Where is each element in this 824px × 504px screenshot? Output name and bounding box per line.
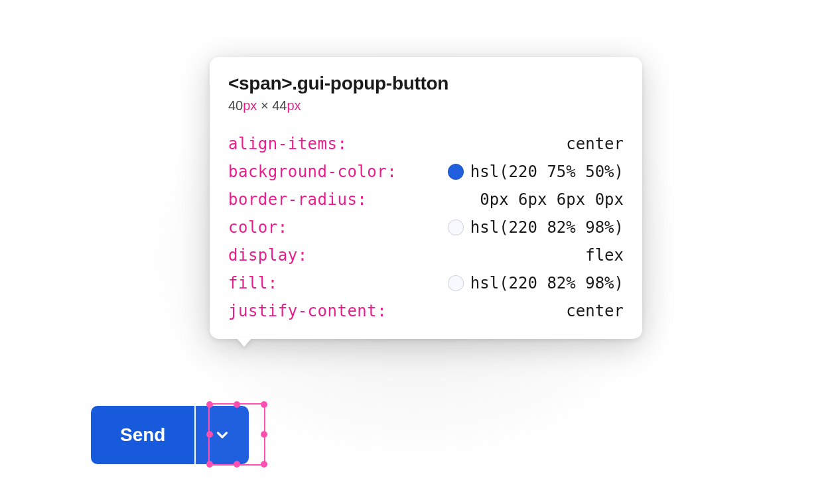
chevron-down-icon xyxy=(214,426,231,444)
element-dimensions: 40px × 44px xyxy=(228,98,624,113)
css-property-row: display:flex xyxy=(228,246,624,265)
send-button-label: Send xyxy=(120,424,165,446)
color-swatch-icon xyxy=(448,164,464,180)
element-selector: <span>.gui-popup-button xyxy=(228,73,624,94)
css-property-value: hsl(220 82% 98%) xyxy=(470,274,624,292)
css-inspector-tooltip: <span>.gui-popup-button 40px × 44px alig… xyxy=(210,57,642,339)
css-property-name: align-items: xyxy=(228,135,347,153)
css-property-value-wrap: flex xyxy=(585,246,624,265)
popup-dropdown-button[interactable] xyxy=(196,406,249,464)
css-property-row: color:hsl(220 82% 98%) xyxy=(228,218,624,237)
css-property-name: fill: xyxy=(228,274,278,292)
css-property-row: border-radius:0px 6px 6px 0px xyxy=(228,190,624,209)
css-property-value-wrap: center xyxy=(566,135,624,153)
css-property-value-wrap: center xyxy=(566,302,624,320)
tooltip-arrow xyxy=(236,338,252,347)
css-properties-list: align-items:centerbackground-color:hsl(2… xyxy=(228,135,624,320)
css-property-value-wrap: 0px 6px 6px 0px xyxy=(480,190,624,209)
css-property-name: background-color: xyxy=(228,162,397,181)
css-property-name: justify-content: xyxy=(228,302,387,320)
width-unit: px xyxy=(243,98,257,113)
css-property-name: display: xyxy=(228,246,308,265)
dim-separator: × xyxy=(257,98,272,113)
split-button-group: Send xyxy=(91,406,249,464)
css-property-value: center xyxy=(566,135,624,153)
color-swatch-icon xyxy=(448,220,464,235)
css-property-value-wrap: hsl(220 82% 98%) xyxy=(448,218,624,237)
css-property-value-wrap: hsl(220 75% 50%) xyxy=(448,162,624,181)
css-property-value: center xyxy=(566,302,624,320)
css-property-value-wrap: hsl(220 82% 98%) xyxy=(448,274,624,292)
css-property-name: border-radius: xyxy=(228,190,367,209)
css-property-row: justify-content:center xyxy=(228,302,624,320)
css-property-value: hsl(220 82% 98%) xyxy=(470,218,624,237)
width-value: 40 xyxy=(228,98,243,113)
css-property-value: 0px 6px 6px 0px xyxy=(480,190,624,209)
color-swatch-icon xyxy=(448,275,464,291)
css-property-row: fill:hsl(220 82% 98%) xyxy=(228,274,624,292)
send-button[interactable]: Send xyxy=(91,406,194,464)
height-value: 44 xyxy=(272,98,287,113)
height-unit: px xyxy=(287,98,301,113)
css-property-value: flex xyxy=(585,246,624,265)
tooltip-header: <span>.gui-popup-button 40px × 44px xyxy=(228,73,624,113)
css-property-row: background-color:hsl(220 75% 50%) xyxy=(228,162,624,181)
css-property-name: color: xyxy=(228,218,288,237)
css-property-row: align-items:center xyxy=(228,135,624,153)
css-property-value: hsl(220 75% 50%) xyxy=(470,162,624,181)
